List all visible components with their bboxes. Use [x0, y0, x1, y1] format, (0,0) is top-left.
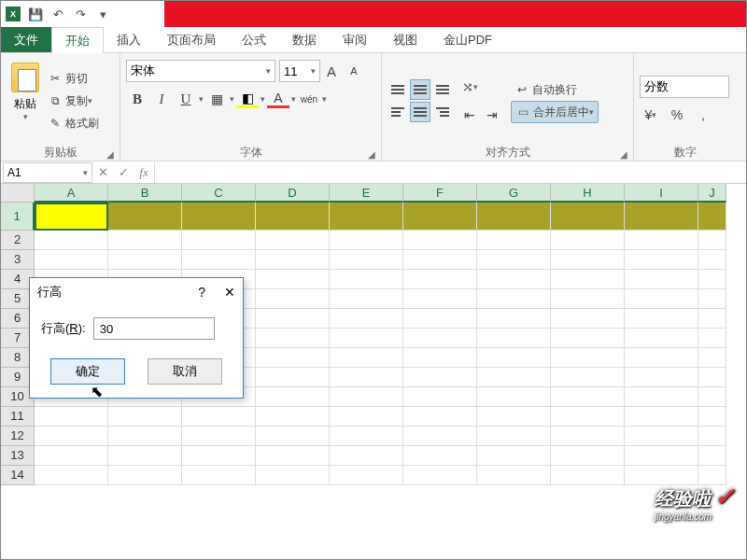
cell[interactable]: [625, 250, 698, 270]
cell[interactable]: [477, 250, 551, 270]
font-color-button[interactable]: A: [267, 90, 289, 108]
cut-button[interactable]: ✂ 剪切: [44, 67, 103, 90]
cell[interactable]: [698, 329, 726, 348]
cell[interactable]: [108, 466, 182, 485]
cell[interactable]: [551, 407, 625, 427]
row-header[interactable]: 11: [1, 407, 35, 427]
border-button[interactable]: ▦: [205, 88, 228, 110]
cell[interactable]: [330, 250, 403, 270]
cell[interactable]: [330, 309, 403, 329]
cell[interactable]: [108, 446, 182, 466]
row-header[interactable]: 12: [1, 427, 35, 446]
align-left[interactable]: [388, 102, 408, 122]
copy-dropdown-icon[interactable]: ▾: [88, 96, 92, 105]
decrease-indent-button[interactable]: ⇤: [458, 104, 481, 126]
cell[interactable]: [477, 348, 551, 368]
cell[interactable]: [403, 289, 477, 309]
cell[interactable]: [35, 250, 108, 270]
cell[interactable]: [477, 270, 551, 289]
align-right[interactable]: [432, 102, 453, 122]
cell[interactable]: [551, 250, 625, 270]
cell[interactable]: [330, 203, 403, 231]
dialog-close-icon[interactable]: ✕: [224, 285, 235, 300]
cell[interactable]: [698, 289, 726, 309]
cell[interactable]: [256, 309, 330, 329]
cell[interactable]: [403, 446, 477, 466]
cell[interactable]: [477, 329, 551, 348]
tab-review[interactable]: 审阅: [330, 27, 380, 52]
comma-button[interactable]: ,: [692, 104, 714, 126]
cell[interactable]: [551, 270, 625, 289]
col-header[interactable]: G: [477, 184, 551, 203]
clipboard-launcher-icon[interactable]: ◢: [106, 149, 114, 160]
cell[interactable]: [330, 407, 403, 427]
cell[interactable]: [551, 368, 625, 387]
cell[interactable]: [625, 407, 698, 427]
merge-center-button[interactable]: ▭ 合并后居中 ▾: [511, 101, 599, 123]
cell[interactable]: [256, 446, 330, 466]
cell[interactable]: [256, 368, 330, 387]
formula-input[interactable]: [154, 162, 746, 183]
cell[interactable]: [625, 387, 698, 407]
tab-view[interactable]: 视图: [380, 27, 430, 52]
paste-dropdown-icon[interactable]: ▾: [23, 112, 28, 121]
undo-icon[interactable]: ↶: [49, 6, 66, 22]
tab-insert[interactable]: 插入: [104, 27, 154, 52]
cell[interactable]: [256, 250, 330, 270]
align-center[interactable]: [410, 102, 430, 122]
cell[interactable]: [625, 427, 698, 446]
fx-button[interactable]: fx: [134, 162, 154, 183]
cell[interactable]: [403, 309, 477, 329]
cell[interactable]: [625, 231, 698, 250]
cell[interactable]: [551, 231, 625, 250]
cell[interactable]: [182, 250, 256, 270]
cell[interactable]: [477, 231, 551, 250]
cell[interactable]: [35, 427, 108, 446]
tab-file[interactable]: 文件: [1, 27, 51, 52]
tab-page-layout[interactable]: 页面布局: [154, 27, 229, 52]
cell[interactable]: [625, 348, 698, 368]
cell[interactable]: [182, 446, 256, 466]
cell[interactable]: [698, 309, 726, 329]
cell[interactable]: [477, 289, 551, 309]
cell[interactable]: [256, 329, 330, 348]
cell[interactable]: [182, 231, 256, 250]
phonetic-dropdown-icon[interactable]: ▾: [322, 94, 327, 104]
col-header[interactable]: A: [35, 184, 108, 203]
cell[interactable]: [551, 466, 625, 485]
italic-button[interactable]: I: [150, 88, 173, 110]
cell[interactable]: [256, 466, 330, 485]
name-box[interactable]: A1 ▾: [3, 162, 92, 183]
cell[interactable]: [330, 329, 403, 348]
cell[interactable]: [477, 466, 551, 485]
cell[interactable]: [551, 289, 625, 309]
cell[interactable]: [403, 250, 477, 270]
cell[interactable]: [551, 387, 625, 407]
cell[interactable]: [403, 270, 477, 289]
cell[interactable]: [477, 368, 551, 387]
cell[interactable]: [182, 203, 256, 231]
percent-button[interactable]: %: [666, 104, 688, 126]
cell[interactable]: [256, 387, 330, 407]
tab-data[interactable]: 数据: [279, 27, 330, 52]
row-height-input[interactable]: [93, 317, 215, 340]
cell[interactable]: [108, 203, 182, 231]
row-header[interactable]: 2: [1, 231, 35, 250]
cell[interactable]: [403, 329, 477, 348]
increase-indent-button[interactable]: ⇥: [481, 104, 503, 126]
cell[interactable]: [256, 427, 330, 446]
cell[interactable]: [551, 203, 625, 231]
enter-formula-icon[interactable]: ✓: [113, 162, 134, 183]
tab-home[interactable]: 开始: [51, 27, 104, 53]
cell[interactable]: [625, 309, 698, 329]
underline-dropdown-icon[interactable]: ▾: [199, 94, 204, 104]
grow-font-button[interactable]: A: [320, 60, 343, 82]
cell[interactable]: [108, 231, 182, 250]
wrap-text-button[interactable]: ↩ 自动换行: [511, 78, 599, 101]
cell[interactable]: [330, 446, 403, 466]
align-top-right[interactable]: [432, 79, 453, 100]
cell[interactable]: [35, 231, 108, 250]
tab-formulas[interactable]: 公式: [229, 27, 279, 52]
dialog-title-bar[interactable]: 行高 ? ✕: [30, 278, 243, 306]
cell[interactable]: [551, 348, 625, 368]
